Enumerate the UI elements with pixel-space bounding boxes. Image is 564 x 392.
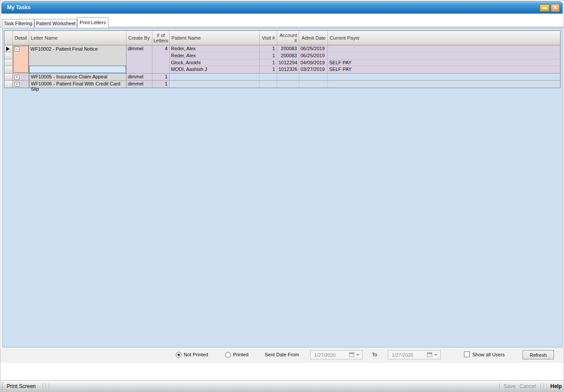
- admit-date-cell[interactable]: 04/09/2019: [299, 59, 328, 66]
- patient-name-cell[interactable]: MODI, Aashish J: [170, 66, 260, 73]
- not-printed-label: Not Printed: [184, 352, 208, 357]
- tab-label: Task Filtering: [4, 21, 33, 26]
- letter-group-row[interactable]: + WF10005 - Insurance Claim Appeal dimme…: [4, 74, 560, 81]
- visit-cell[interactable]: 1: [260, 66, 277, 73]
- patient-row[interactable]: Reder, Alex 1 200083 06/25/2019: [170, 45, 560, 52]
- letter-group-row[interactable]: + WF10006 - Patient Final With Credit Ca…: [4, 81, 560, 88]
- patient-row[interactable]: Reder, Alex 1 200083 06/25/2019: [170, 52, 560, 59]
- radio-selected-dot: [178, 354, 180, 356]
- close-button[interactable]: ✕: [551, 4, 560, 12]
- row-selector-cell[interactable]: [4, 66, 13, 73]
- refresh-button[interactable]: Refresh: [523, 350, 554, 359]
- show-all-users-checkbox[interactable]: [464, 351, 470, 357]
- statusbar-separator: [547, 383, 548, 389]
- header-visit[interactable]: Visit #: [260, 31, 277, 45]
- patient-name-cell[interactable]: Glock, Anokhi: [170, 59, 260, 66]
- visit-cell-empty[interactable]: [260, 74, 277, 80]
- account-cell-empty[interactable]: [277, 74, 299, 80]
- header-create-by[interactable]: Create By: [126, 31, 152, 45]
- visit-cell[interactable]: 1: [260, 59, 277, 66]
- tab-label: Print Letters: [80, 20, 106, 25]
- expand-icon[interactable]: +: [15, 75, 19, 80]
- account-cell[interactable]: 1012326: [277, 66, 299, 73]
- header-account[interactable]: Account #: [277, 31, 299, 45]
- row-selector-column[interactable]: [4, 45, 13, 73]
- save-button[interactable]: Save: [504, 383, 516, 389]
- row-selector-cell[interactable]: [4, 74, 13, 80]
- cancel-button[interactable]: Cancel: [519, 383, 536, 389]
- letter-name-cell[interactable]: WF10006 - Patient Final With Credit Card…: [29, 81, 126, 88]
- header-row-selector[interactable]: [4, 31, 13, 45]
- to-label: To: [372, 352, 377, 357]
- visit-cell-empty[interactable]: [260, 81, 277, 88]
- collapse-icon[interactable]: −: [15, 47, 19, 52]
- tab-label: Patient Worksheet: [36, 21, 76, 26]
- payer-cell-empty[interactable]: [328, 74, 560, 80]
- minimize-button[interactable]: [540, 4, 549, 11]
- header-num-letters[interactable]: # of Letters: [152, 31, 170, 45]
- payer-cell[interactable]: SELF PAY: [328, 66, 560, 73]
- header-detail[interactable]: Detail: [13, 31, 29, 45]
- sent-date-from-picker[interactable]: 1/27/2020: [310, 350, 363, 359]
- print-screen-button[interactable]: Print Screen: [7, 383, 36, 389]
- num-letters-cell[interactable]: 1: [152, 81, 170, 88]
- sent-date-from-value: 1/27/2020: [311, 352, 349, 358]
- admit-date-cell-empty[interactable]: [299, 81, 328, 88]
- my-tasks-window: My Tasks ✕ Task Filtering Patient Worksh…: [0, 0, 564, 392]
- payer-cell[interactable]: [328, 45, 560, 52]
- show-all-users-label: Show all Users: [472, 352, 505, 357]
- admit-date-cell[interactable]: 06/25/2019: [299, 52, 328, 59]
- printed-radio[interactable]: [225, 352, 231, 358]
- focused-empty-cell[interactable]: [29, 66, 126, 73]
- visit-cell[interactable]: 1: [260, 52, 277, 59]
- tab-patient-worksheet[interactable]: Patient Worksheet: [34, 19, 77, 27]
- tab-print-letters[interactable]: Print Letters: [77, 17, 108, 27]
- create-by-cell[interactable]: dimmel: [126, 81, 152, 88]
- detail-cell[interactable]: +: [13, 74, 29, 80]
- patient-name-cell[interactable]: Reder, Alex: [170, 45, 260, 52]
- payer-cell[interactable]: [328, 52, 560, 59]
- create-by-cell[interactable]: dimmel: [126, 45, 152, 73]
- help-button[interactable]: Help: [550, 383, 562, 389]
- visit-cell[interactable]: 1: [260, 45, 277, 52]
- letter-name-cell[interactable]: WF10002 - Patient Final Notice: [29, 45, 126, 73]
- tab-task-filtering[interactable]: Task Filtering: [2, 19, 34, 27]
- patient-row[interactable]: MODI, Aashish J 1 1012326 03/27/2019 SEL…: [170, 66, 560, 73]
- row-selector-cell[interactable]: [4, 52, 13, 59]
- expand-icon[interactable]: +: [15, 82, 19, 87]
- letter-name-text[interactable]: WF10002 - Patient Final Notice: [29, 45, 126, 66]
- payer-cell[interactable]: SELF PAY: [328, 59, 560, 66]
- num-letters-cell[interactable]: 1: [152, 74, 170, 80]
- patient-name-cell-empty[interactable]: [170, 81, 260, 88]
- num-letters-cell[interactable]: 4: [152, 45, 170, 73]
- account-cell[interactable]: 1012294: [277, 59, 299, 66]
- header-letter-name[interactable]: Letter Name: [29, 31, 126, 45]
- minimize-icon: [542, 7, 547, 9]
- account-cell[interactable]: 200083: [277, 45, 299, 52]
- header-admit-date[interactable]: Admit Date: [299, 31, 328, 45]
- admit-date-cell[interactable]: 03/27/2019: [299, 66, 328, 73]
- close-icon: ✕: [553, 4, 557, 11]
- create-by-cell[interactable]: dimmel: [126, 74, 152, 80]
- statusbar-separator: [49, 383, 50, 389]
- patient-name-cell-empty[interactable]: [170, 74, 260, 80]
- account-cell-empty[interactable]: [277, 81, 299, 88]
- sent-date-to-picker[interactable]: 1/27/2020: [388, 350, 441, 359]
- patient-row[interactable]: Glock, Anokhi 1 1012294 04/09/2019 SELF …: [170, 59, 560, 67]
- admit-date-cell[interactable]: 06/25/2019: [299, 45, 328, 52]
- row-selector-cell[interactable]: [4, 59, 13, 67]
- not-printed-radio[interactable]: [176, 352, 182, 358]
- account-cell[interactable]: 200083: [277, 52, 299, 59]
- letter-group-row[interactable]: − WF10002 - Patient Final Notice dimmel …: [4, 45, 560, 74]
- detail-cell-selected[interactable]: −: [13, 45, 29, 73]
- detail-cell[interactable]: +: [13, 81, 29, 88]
- row-selector-cell[interactable]: [4, 45, 13, 52]
- grip-handle-icon[interactable]: [2, 382, 3, 390]
- header-patient-name[interactable]: Patient Name: [170, 31, 260, 45]
- header-current-payer[interactable]: Current Payer: [328, 31, 560, 45]
- row-selector-cell[interactable]: [4, 81, 13, 88]
- admit-date-cell-empty[interactable]: [299, 74, 328, 80]
- letter-name-cell[interactable]: WF10005 - Insurance Claim Appeal: [29, 74, 126, 80]
- payer-cell-empty[interactable]: [328, 81, 560, 88]
- patient-name-cell[interactable]: Reder, Alex: [170, 52, 260, 59]
